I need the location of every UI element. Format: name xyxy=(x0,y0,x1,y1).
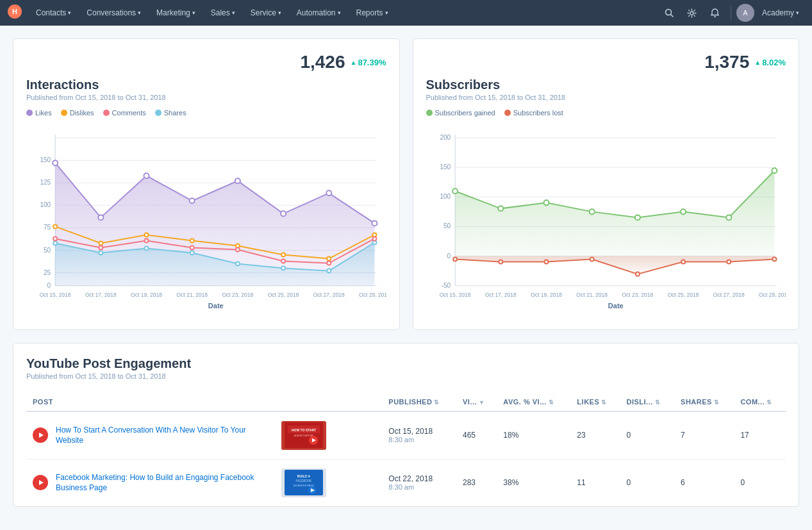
svg-point-59 xyxy=(190,246,194,250)
svg-text:Oct 25, 2018: Oct 25, 2018 xyxy=(667,292,699,298)
likes-cell: 11 xyxy=(570,459,620,506)
svg-point-36 xyxy=(281,211,286,216)
svg-text:Oct 27, 2018: Oct 27, 2018 xyxy=(313,292,345,298)
avg-view-cell: 38% xyxy=(497,459,570,506)
academy-link[interactable]: Academy ▾ xyxy=(757,8,804,17)
comments-dot xyxy=(103,110,110,116)
interactions-legend: Likes Dislikes Comments Shares xyxy=(26,109,386,117)
svg-point-37 xyxy=(326,190,331,195)
col-views[interactable]: VI...▼ xyxy=(456,393,497,411)
svg-point-46 xyxy=(327,269,331,273)
svg-point-32 xyxy=(98,215,103,220)
engagement-table: POST PUBLISHED⇅ VI...▼ AVG. % VI...⇅ LIK… xyxy=(26,393,786,506)
dislikes-cell: 0 xyxy=(620,411,675,460)
svg-text:Oct 21, 2018: Oct 21, 2018 xyxy=(576,292,608,298)
subscribers-chart: -50 0 50 100 150 200 Oct 15, 2018 Oct 17… xyxy=(426,122,786,317)
svg-point-100 xyxy=(590,258,593,261)
engagement-table-card: YouTube Post Engagement Published from O… xyxy=(13,343,799,507)
svg-text:Oct 15, 2018: Oct 15, 2018 xyxy=(40,292,71,298)
nav-contacts[interactable]: Contacts ▾ xyxy=(29,0,78,26)
legend-dislikes: Dislikes xyxy=(61,109,94,117)
interactions-stat-row: 1,426 87.39% xyxy=(26,52,386,72)
svg-point-93 xyxy=(681,209,686,214)
post-title[interactable]: Facebook Marketing: How to Build an Enga… xyxy=(56,472,274,494)
sort-icon: ▼ xyxy=(479,399,485,406)
svg-text:125: 125 xyxy=(40,179,51,186)
svg-point-51 xyxy=(190,238,194,242)
comments-cell: 0 xyxy=(734,459,786,506)
avg-view-cell: 18% xyxy=(497,411,570,460)
svg-text:0: 0 xyxy=(47,282,51,289)
svg-point-31 xyxy=(53,160,58,165)
svg-marker-87 xyxy=(455,170,774,256)
svg-point-103 xyxy=(727,260,731,264)
hubspot-logo[interactable]: H xyxy=(8,4,22,22)
subscribers-title: Subscribers xyxy=(426,78,786,92)
svg-text:HOW TO START: HOW TO START xyxy=(292,428,316,432)
published-cell: Oct 22, 2018 8:30 am xyxy=(382,459,456,506)
sort-icon: ⇅ xyxy=(549,399,554,406)
svg-text:100: 100 xyxy=(40,201,51,208)
sort-icon: ⇅ xyxy=(434,399,440,406)
col-published[interactable]: PUBLISHED⇅ xyxy=(382,393,456,411)
nav-marketing[interactable]: Marketing ▾ xyxy=(150,0,202,26)
svg-text:Oct 27, 2018: Oct 27, 2018 xyxy=(713,292,744,298)
sort-icon: ⇅ xyxy=(601,399,607,406)
post-cell: How To Start A Conversation With A New V… xyxy=(26,411,382,460)
col-shares[interactable]: SHARES⇅ xyxy=(674,393,734,411)
youtube-icon xyxy=(33,427,48,443)
svg-text:Oct 29, 2018: Oct 29, 2018 xyxy=(359,292,386,298)
user-avatar[interactable]: A xyxy=(736,4,754,22)
svg-point-48 xyxy=(53,224,57,228)
engagement-subtitle: Published from Oct 15, 2018 to Oct 31, 2… xyxy=(26,372,786,380)
top-navigation: H Contacts ▾ Conversations ▾ Marketing ▾… xyxy=(0,0,812,26)
svg-point-56 xyxy=(53,236,57,240)
svg-text:FACEBOOK: FACEBOOK xyxy=(296,479,312,483)
post-thumbnail: HOW TO START A NEW VISITOR xyxy=(281,421,326,450)
col-likes[interactable]: LIKES⇅ xyxy=(570,393,620,411)
table-row: Facebook Marketing: How to Build an Enga… xyxy=(26,459,786,506)
table-header-row: POST PUBLISHED⇅ VI...▼ AVG. % VI...⇅ LIK… xyxy=(26,393,786,411)
legend-comments: Comments xyxy=(103,109,146,117)
col-avg-view[interactable]: AVG. % VI...⇅ xyxy=(497,393,570,411)
subscribers-stat-row: 1,375 8.02% xyxy=(426,52,786,72)
svg-point-99 xyxy=(544,260,548,264)
svg-point-62 xyxy=(327,261,331,265)
svg-point-91 xyxy=(589,209,594,214)
svg-point-40 xyxy=(53,241,57,245)
interactions-subtitle: Published from Oct 15, 2018 to Oct 31, 2… xyxy=(26,94,386,101)
charts-row: 1,426 87.39% Interactions Published from… xyxy=(13,38,799,330)
thumb-image: HOW TO START A NEW VISITOR xyxy=(285,422,323,448)
svg-point-43 xyxy=(190,251,194,255)
search-button[interactable] xyxy=(659,3,679,23)
nav-conversations[interactable]: Conversations ▾ xyxy=(80,0,147,26)
svg-point-49 xyxy=(99,241,103,245)
subscribers-card: 1,375 8.02% Subscribers Published from O… xyxy=(413,38,800,330)
nav-reports[interactable]: Reports ▾ xyxy=(350,0,395,26)
post-title[interactable]: How To Start A Conversation With A New V… xyxy=(56,425,274,447)
svg-text:50: 50 xyxy=(443,222,451,229)
svg-point-33 xyxy=(144,173,149,178)
nav-service[interactable]: Service ▾ xyxy=(244,0,288,26)
col-comments[interactable]: COM...⇅ xyxy=(734,393,786,411)
svg-point-35 xyxy=(235,178,240,183)
engagement-title: YouTube Post Engagement xyxy=(26,356,786,371)
notifications-button[interactable] xyxy=(705,3,725,23)
dislikes-dot xyxy=(61,110,67,116)
subscribers-subtitle: Published from Oct 15, 2018 to Oct 31, 2… xyxy=(426,94,786,101)
interactions-card: 1,426 87.39% Interactions Published from… xyxy=(13,38,400,330)
settings-button[interactable] xyxy=(682,3,702,23)
nav-sales[interactable]: Sales ▾ xyxy=(204,0,242,26)
svg-text:Oct 21, 2018: Oct 21, 2018 xyxy=(176,292,208,298)
svg-point-63 xyxy=(372,236,376,240)
svg-point-94 xyxy=(726,215,731,220)
svg-text:50: 50 xyxy=(44,247,51,254)
svg-text:BUILD A: BUILD A xyxy=(297,474,310,478)
svg-text:H: H xyxy=(12,8,17,15)
col-dislikes[interactable]: DISLI...⇅ xyxy=(620,393,675,411)
svg-point-61 xyxy=(281,260,285,263)
svg-point-92 xyxy=(634,215,640,220)
likes-dot xyxy=(26,110,33,116)
shares-cell: 6 xyxy=(674,459,734,506)
nav-automation[interactable]: Automation ▾ xyxy=(290,0,347,26)
